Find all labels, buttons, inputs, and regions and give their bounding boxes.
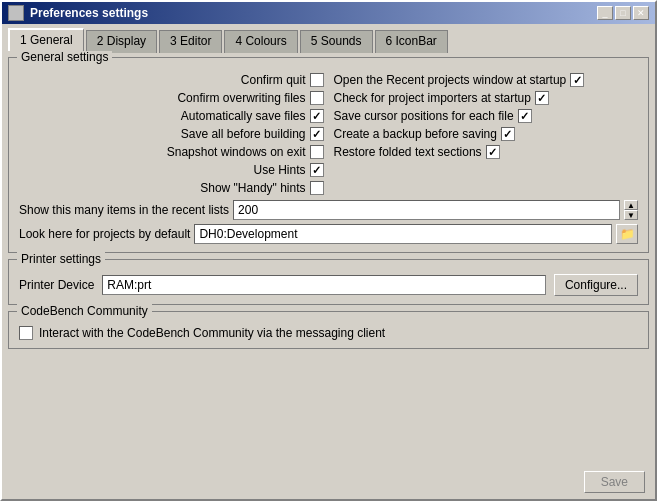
printer-device-label: Printer Device — [19, 278, 94, 292]
community-label: Interact with the CodeBench Community vi… — [39, 326, 385, 340]
setting-create-backup: Create a backup before saving — [334, 126, 639, 142]
general-settings-group: General settings Confirm quit Open the R… — [8, 57, 649, 253]
path-input[interactable] — [194, 224, 612, 244]
community-title: CodeBench Community — [17, 304, 152, 318]
tab-iconbar[interactable]: 6 IconBar — [375, 30, 448, 53]
tab-sounds[interactable]: 5 Sounds — [300, 30, 373, 53]
title-bar-left: Preferences settings — [8, 5, 148, 21]
tab-general[interactable]: 1 General — [8, 28, 84, 51]
recent-items-label: Show this many items in the recent lists — [19, 203, 229, 217]
check-importers-label: Check for project importers at startup — [334, 91, 531, 105]
settings-grid: Confirm quit Open the Recent projects wi… — [19, 72, 638, 196]
save-cursor-label: Save cursor positions for each file — [334, 109, 514, 123]
use-hints-label: Use Hints — [253, 163, 305, 177]
handy-hints-checkbox[interactable] — [310, 181, 324, 195]
recent-items-spinner: ▲ ▼ — [624, 200, 638, 220]
confirm-overwrite-checkbox[interactable] — [310, 91, 324, 105]
setting-use-hints: Use Hints — [19, 162, 324, 178]
save-all-label: Save all before building — [181, 127, 306, 141]
community-group: CodeBench Community Interact with the Co… — [8, 311, 649, 349]
path-label: Look here for projects by default — [19, 227, 190, 241]
minimize-button[interactable]: _ — [597, 6, 613, 20]
setting-restore-folded: Restore folded text sections — [334, 144, 639, 160]
recent-items-input[interactable] — [233, 200, 620, 220]
setting-confirm-quit: Confirm quit — [19, 72, 324, 88]
snapshot-checkbox[interactable] — [310, 145, 324, 159]
folder-browse-button[interactable]: 📁 — [616, 224, 638, 244]
restore-folded-checkbox[interactable] — [486, 145, 500, 159]
setting-confirm-overwrite: Confirm overwriting files — [19, 90, 324, 106]
tabs-bar: 1 General 2 Display 3 Editor 4 Colours 5… — [2, 24, 655, 51]
setting-open-recent: Open the Recent projects window at start… — [334, 72, 639, 88]
confirm-quit-checkbox[interactable] — [310, 73, 324, 87]
spinner-down-button[interactable]: ▼ — [624, 210, 638, 220]
setting-snapshot: Snapshot windows on exit — [19, 144, 324, 160]
snapshot-label: Snapshot windows on exit — [167, 145, 306, 159]
setting-save-all: Save all before building — [19, 126, 324, 142]
printer-settings-title: Printer settings — [17, 252, 105, 266]
printer-settings-group: Printer settings Printer Device Configur… — [8, 259, 649, 305]
setting-save-cursor: Save cursor positions for each file — [334, 108, 639, 124]
community-checkbox[interactable] — [19, 326, 33, 340]
close-button[interactable]: ✕ — [633, 6, 649, 20]
configure-button[interactable]: Configure... — [554, 274, 638, 296]
window-title: Preferences settings — [30, 6, 148, 20]
auto-save-label: Automatically save files — [181, 109, 306, 123]
window-icon — [8, 5, 24, 21]
printer-device-row: Printer Device Configure... — [19, 274, 638, 296]
tab-colours[interactable]: 4 Colours — [224, 30, 297, 53]
setting-auto-save: Automatically save files — [19, 108, 324, 124]
confirm-overwrite-label: Confirm overwriting files — [177, 91, 305, 105]
check-importers-checkbox[interactable] — [535, 91, 549, 105]
maximize-button[interactable]: □ — [615, 6, 631, 20]
save-all-checkbox[interactable] — [310, 127, 324, 141]
preferences-window: Preferences settings _ □ ✕ 1 General 2 D… — [0, 0, 657, 501]
community-row: Interact with the CodeBench Community vi… — [19, 326, 638, 340]
create-backup-label: Create a backup before saving — [334, 127, 497, 141]
setting-check-importers: Check for project importers at startup — [334, 90, 639, 106]
handy-hints-label: Show "Handy" hints — [200, 181, 305, 195]
tab-editor[interactable]: 3 Editor — [159, 30, 222, 53]
empty-right-1 — [334, 162, 639, 178]
bottom-bar: Save — [2, 465, 655, 499]
tab-display[interactable]: 2 Display — [86, 30, 157, 53]
confirm-quit-label: Confirm quit — [241, 73, 306, 87]
save-button[interactable]: Save — [584, 471, 645, 493]
empty-right-2 — [334, 180, 639, 196]
create-backup-checkbox[interactable] — [501, 127, 515, 141]
open-recent-label: Open the Recent projects window at start… — [334, 73, 567, 87]
auto-save-checkbox[interactable] — [310, 109, 324, 123]
save-cursor-checkbox[interactable] — [518, 109, 532, 123]
title-bar: Preferences settings _ □ ✕ — [2, 2, 655, 24]
open-recent-checkbox[interactable] — [570, 73, 584, 87]
restore-folded-label: Restore folded text sections — [334, 145, 482, 159]
content-area: General settings Confirm quit Open the R… — [2, 51, 655, 465]
setting-handy-hints: Show "Handy" hints — [19, 180, 324, 196]
printer-device-input[interactable] — [102, 275, 546, 295]
title-buttons: _ □ ✕ — [597, 6, 649, 20]
general-settings-title: General settings — [17, 51, 112, 64]
use-hints-checkbox[interactable] — [310, 163, 324, 177]
path-row: Look here for projects by default 📁 — [19, 224, 638, 244]
recent-items-row: Show this many items in the recent lists… — [19, 200, 638, 220]
spinner-up-button[interactable]: ▲ — [624, 200, 638, 210]
